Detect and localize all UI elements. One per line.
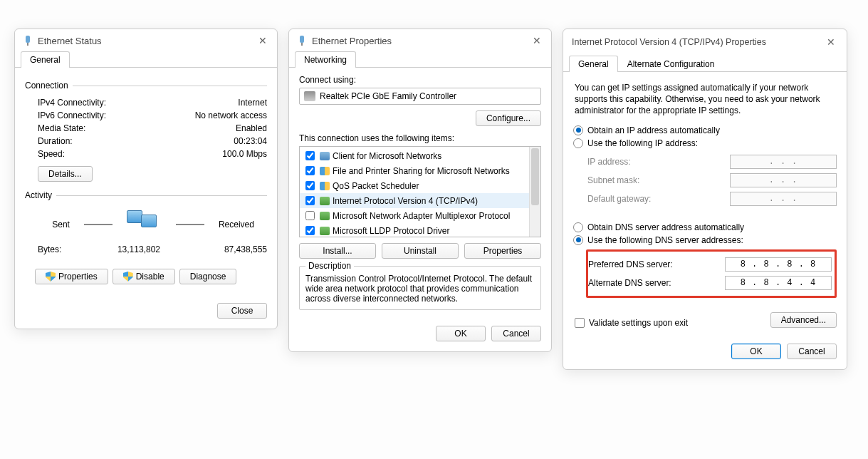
bytes-received: 87,438,555 bbox=[203, 244, 267, 254]
activity-group: Activity Sent Received Bytes: 13,113,802… bbox=[25, 190, 267, 256]
close-icon[interactable]: ✕ bbox=[256, 35, 270, 46]
client-icon bbox=[320, 152, 330, 160]
speed-label: Speed: bbox=[38, 149, 182, 159]
description-legend: Description bbox=[305, 261, 354, 271]
install-button[interactable]: Install... bbox=[299, 243, 376, 259]
tabs: Networking bbox=[289, 51, 551, 68]
ip-address-label: IP address: bbox=[587, 157, 730, 167]
list-item[interactable]: Internet Protocol Version 4 (TCP/IPv4) bbox=[300, 193, 540, 208]
svg-rect-1 bbox=[27, 43, 28, 46]
details-button[interactable]: Details... bbox=[38, 166, 93, 182]
svg-rect-0 bbox=[26, 36, 30, 43]
titlebar: Ethernet Status ✕ bbox=[15, 29, 277, 51]
shield-icon bbox=[123, 272, 133, 282]
checkbox[interactable] bbox=[305, 151, 315, 160]
duration-label: Duration: bbox=[38, 136, 182, 146]
received-label: Received bbox=[219, 220, 254, 230]
media-label: Media State: bbox=[38, 123, 182, 133]
checkbox[interactable] bbox=[305, 166, 315, 175]
ethernet-icon bbox=[296, 35, 308, 46]
close-button[interactable]: Close bbox=[217, 303, 267, 319]
ip-address-field: ... bbox=[730, 155, 837, 169]
tab-alternate-config[interactable]: Alternate Configuration bbox=[618, 56, 724, 72]
checkbox-icon bbox=[575, 318, 585, 328]
connection-items-list[interactable]: Client for Microsoft Networks File and P… bbox=[299, 146, 541, 237]
ipv4-label: IPv4 Connectivity: bbox=[38, 98, 182, 108]
ipv4-value: Internet bbox=[182, 98, 267, 108]
intro-text: You can get IP settings assigned automat… bbox=[573, 79, 837, 124]
subnet-label: Subnet mask: bbox=[587, 175, 730, 185]
radio-icon bbox=[573, 235, 583, 245]
list-item[interactable]: Client for Microsoft Networks bbox=[300, 148, 540, 163]
protocol-icon bbox=[320, 197, 330, 205]
description-text: Transmission Control Protocol/Internet P… bbox=[305, 274, 535, 304]
divider bbox=[176, 224, 204, 225]
validate-checkbox-row[interactable]: Validate settings upon exit bbox=[573, 312, 688, 328]
window-title: Ethernet Status bbox=[38, 36, 256, 46]
uninstall-button[interactable]: Uninstall bbox=[382, 243, 459, 259]
checkbox[interactable] bbox=[305, 226, 315, 235]
titlebar: Ethernet Properties ✕ bbox=[289, 29, 551, 51]
window-ethernet-properties: Ethernet Properties ✕ Networking Connect… bbox=[288, 29, 552, 352]
pref-dns-field[interactable]: 8 . 8 . 8 . 8 bbox=[725, 257, 832, 272]
tab-general[interactable]: General bbox=[21, 51, 70, 68]
window-ipv4-properties: Internet Protocol Version 4 (TCP/IPv4) P… bbox=[563, 29, 847, 370]
items-label: This connection uses the following items… bbox=[299, 133, 541, 143]
titlebar: Internet Protocol Version 4 (TCP/IPv4) P… bbox=[563, 29, 847, 55]
bytes-sent: 13,113,802 bbox=[96, 244, 160, 254]
ipv6-value: No network access bbox=[182, 110, 267, 120]
tab-general[interactable]: General bbox=[569, 56, 618, 72]
activity-legend: Activity bbox=[25, 190, 56, 200]
bytes-label: Bytes: bbox=[38, 244, 96, 254]
service-icon bbox=[320, 167, 330, 175]
scrollbar[interactable] bbox=[529, 147, 540, 237]
disable-button[interactable]: Disable bbox=[113, 269, 175, 284]
ethernet-icon bbox=[22, 35, 33, 46]
subnet-field: ... bbox=[730, 173, 837, 187]
advanced-button[interactable]: Advanced... bbox=[770, 312, 837, 328]
ok-button[interactable]: OK bbox=[436, 326, 486, 341]
properties-button[interactable]: Properties bbox=[35, 269, 108, 284]
connect-using-label: Connect using: bbox=[299, 75, 541, 85]
connection-group: Connection IPv4 Connectivity:Internet IP… bbox=[25, 81, 267, 183]
svg-rect-2 bbox=[300, 36, 304, 43]
protocol-icon bbox=[320, 212, 330, 220]
shield-icon bbox=[46, 272, 56, 282]
tab-networking[interactable]: Networking bbox=[295, 51, 356, 68]
list-item[interactable]: Microsoft LLDP Protocol Driver bbox=[300, 223, 540, 237]
close-icon[interactable]: ✕ bbox=[530, 35, 544, 46]
close-icon[interactable]: ✕ bbox=[824, 36, 838, 48]
list-item[interactable]: File and Printer Sharing for Microsoft N… bbox=[300, 163, 540, 178]
configure-button[interactable]: Configure... bbox=[476, 110, 541, 126]
pref-dns-label: Preferred DNS server: bbox=[588, 259, 725, 269]
window-title: Internet Protocol Version 4 (TCP/IPv4) P… bbox=[572, 37, 824, 47]
list-item[interactable]: Microsoft Network Adapter Multiplexor Pr… bbox=[300, 208, 540, 223]
dns-highlight-box: Preferred DNS server:8 . 8 . 8 . 8 Alter… bbox=[586, 249, 837, 298]
checkbox[interactable] bbox=[305, 211, 315, 220]
cancel-button[interactable]: Cancel bbox=[491, 326, 541, 341]
radio-ip-auto[interactable]: Obtain an IP address automatically bbox=[573, 124, 837, 137]
radio-icon bbox=[573, 125, 583, 135]
ok-button[interactable]: OK bbox=[731, 344, 781, 359]
radio-ip-manual[interactable]: Use the following IP address: bbox=[573, 137, 837, 150]
checkbox[interactable] bbox=[305, 196, 315, 205]
cancel-button[interactable]: Cancel bbox=[787, 344, 837, 359]
radio-dns-manual[interactable]: Use the following DNS server addresses: bbox=[573, 234, 837, 247]
speed-value: 100.0 Mbps bbox=[182, 149, 267, 159]
duration-value: 00:23:04 bbox=[182, 136, 267, 146]
checkbox[interactable] bbox=[305, 181, 315, 190]
adapter-name: Realtek PCIe GbE Family Controller bbox=[320, 91, 456, 101]
alt-dns-field[interactable]: 8 . 8 . 4 . 4 bbox=[725, 276, 832, 290]
computers-icon bbox=[127, 210, 161, 239]
media-value: Enabled bbox=[182, 123, 267, 133]
adapter-field: Realtek PCIe GbE Family Controller bbox=[299, 88, 541, 105]
gateway-field: ... bbox=[730, 192, 837, 206]
divider bbox=[84, 224, 113, 225]
protocol-icon bbox=[320, 227, 330, 235]
diagnose-button[interactable]: Diagnose bbox=[179, 269, 237, 284]
radio-dns-auto[interactable]: Obtain DNS server address automatically bbox=[573, 221, 837, 234]
list-item[interactable]: QoS Packet Scheduler bbox=[300, 178, 540, 193]
gateway-label: Default gateway: bbox=[587, 194, 730, 204]
svg-rect-3 bbox=[301, 43, 303, 46]
item-properties-button[interactable]: Properties bbox=[464, 243, 541, 259]
